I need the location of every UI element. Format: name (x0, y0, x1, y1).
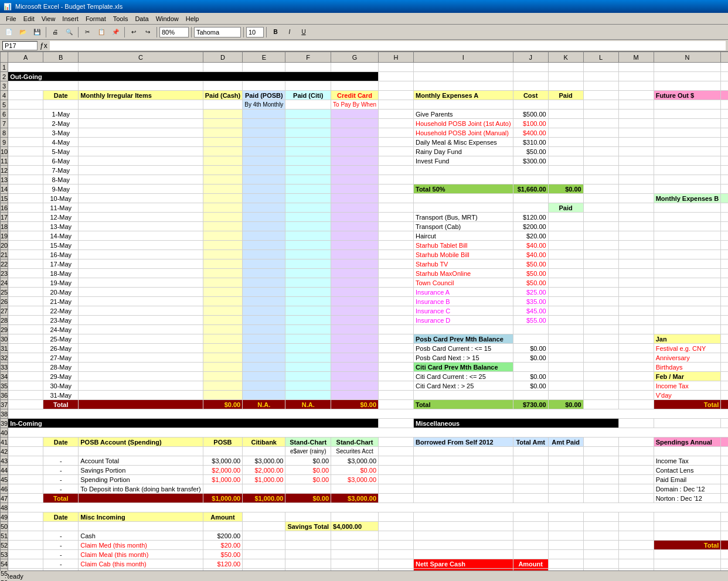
col-header-n[interactable]: N (654, 52, 721, 63)
save-button[interactable]: 💾 (30, 26, 43, 39)
paste-button[interactable]: 📌 (109, 26, 122, 39)
row-header-43[interactable]: 43 (1, 456, 8, 466)
row-header-41[interactable]: 41 (1, 438, 8, 447)
formula-input[interactable] (50, 41, 726, 50)
print-button[interactable]: 🖨 (49, 26, 62, 39)
row-header-32[interactable]: 32 (1, 353, 8, 363)
fontsize-input[interactable] (246, 27, 264, 37)
row-header-26[interactable]: 26 (1, 297, 8, 306)
row-header-45[interactable]: 45 (1, 475, 8, 484)
row-header-8[interactable]: 8 (1, 128, 8, 138)
row-header-29[interactable]: 29 (1, 325, 8, 334)
row-header-50[interactable]: 50 (1, 522, 8, 531)
cut-button[interactable]: ✂ (81, 26, 94, 39)
font-input[interactable] (194, 27, 241, 37)
preview-button[interactable]: 🔍 (63, 26, 76, 39)
row-header-44[interactable]: 44 (1, 466, 8, 475)
copy-button[interactable]: 📋 (95, 26, 108, 39)
bold-button[interactable]: B (269, 26, 282, 39)
row-header-11[interactable]: 11 (1, 156, 8, 166)
row-header-14[interactable]: 14 (1, 184, 8, 194)
col-header-b[interactable]: B (43, 52, 79, 63)
row-header-6[interactable]: 6 (1, 110, 8, 119)
row-header-7[interactable]: 7 (1, 119, 8, 128)
row-header-55[interactable]: 55 (1, 569, 8, 578)
row-header-16[interactable]: 16 (1, 203, 8, 213)
col-header-a[interactable]: A (8, 52, 43, 63)
col-header-j[interactable]: J (513, 52, 548, 63)
col-header-l[interactable]: L (583, 52, 618, 63)
row-header-3[interactable]: 3 (1, 81, 8, 91)
menu-window[interactable]: Window (152, 14, 182, 23)
row-header-27[interactable]: 27 (1, 306, 8, 316)
spreadsheet-container[interactable]: A B C D E F G H I J K L M N O 1 (0, 52, 728, 581)
row-header-35[interactable]: 35 (1, 381, 8, 391)
new-button[interactable]: 📄 (2, 26, 15, 39)
row-header-34[interactable]: 34 (1, 372, 8, 381)
redo-button[interactable]: ↪ (141, 26, 154, 39)
row-header-54[interactable]: 54 (1, 559, 8, 569)
row-header-42[interactable]: 42 (1, 447, 8, 456)
row-header-21[interactable]: 21 (1, 250, 8, 259)
row-header-17[interactable]: 17 (1, 213, 8, 222)
col-header-m[interactable]: M (618, 52, 654, 63)
row-header-53[interactable]: 53 (1, 550, 8, 559)
col-header-c[interactable]: C (79, 52, 203, 63)
row-header-37[interactable]: 37 (1, 400, 8, 409)
menu-tools[interactable]: Tools (110, 14, 132, 23)
menu-help[interactable]: Help (182, 14, 203, 23)
row-header-28[interactable]: 28 (1, 316, 8, 325)
row-header-1[interactable]: 1 (1, 63, 8, 72)
menu-view[interactable]: View (38, 14, 59, 23)
row-header-30[interactable]: 30 (1, 334, 8, 344)
row-header-15[interactable]: 15 (1, 194, 8, 203)
menu-file[interactable]: File (2, 14, 20, 23)
row-header-4[interactable]: 4 (1, 91, 8, 100)
col-header-k[interactable]: K (548, 52, 583, 63)
row-header-46[interactable]: 46 (1, 484, 8, 494)
row-header-38[interactable]: 38 (1, 409, 8, 419)
col-header-g[interactable]: G (331, 52, 379, 63)
row-header-13[interactable]: 13 (1, 175, 8, 184)
row-header-48[interactable]: 48 (1, 503, 8, 512)
row-header-52[interactable]: 52 (1, 541, 8, 550)
row-header-22[interactable]: 22 (1, 259, 8, 269)
row-header-20[interactable]: 20 (1, 241, 8, 250)
col-header-h[interactable]: H (379, 52, 414, 63)
zoom-input[interactable] (159, 27, 189, 37)
col-header-f[interactable]: F (285, 52, 331, 63)
row-header-9[interactable]: 9 (1, 138, 8, 147)
row-header-31[interactable]: 31 (1, 344, 8, 353)
undo-button[interactable]: ↩ (127, 26, 140, 39)
col-header-e[interactable]: E (243, 52, 285, 63)
row-header-36[interactable]: 36 (1, 391, 8, 400)
row-header-10[interactable]: 10 (1, 147, 8, 156)
row-header-23[interactable]: 23 (1, 269, 8, 278)
col-header-d[interactable]: D (203, 52, 243, 63)
menu-format[interactable]: Format (82, 14, 110, 23)
menu-data[interactable]: Data (131, 14, 152, 23)
row-header-24[interactable]: 24 (1, 278, 8, 288)
row-header-2[interactable]: 2 (1, 72, 8, 81)
row-header-33[interactable]: 33 (1, 363, 8, 372)
row-header-47[interactable]: 47 (1, 494, 8, 503)
jan-header: Jan (654, 334, 721, 344)
row-header-19[interactable]: 19 (1, 231, 8, 241)
cell-ref-input[interactable] (2, 41, 38, 50)
col-header-i[interactable]: I (414, 52, 513, 63)
underline-button[interactable]: U (297, 26, 310, 39)
row-header-40[interactable]: 40 (1, 428, 8, 438)
menu-edit[interactable]: Edit (20, 14, 38, 23)
italic-button[interactable]: I (283, 26, 296, 39)
row-header-12[interactable]: 12 (1, 166, 8, 175)
row-header-56[interactable]: 56 (1, 578, 8, 582)
row-header-25[interactable]: 25 (1, 288, 8, 297)
menu-insert[interactable]: Insert (59, 14, 82, 23)
row-header-18[interactable]: 18 (1, 222, 8, 231)
row-header-49[interactable]: 49 (1, 512, 8, 522)
open-button[interactable]: 📂 (16, 26, 29, 39)
col-header-o[interactable]: O (721, 52, 728, 63)
row-header-51[interactable]: 51 (1, 531, 8, 541)
row-header-5[interactable]: 5 (1, 100, 8, 110)
row-header-39[interactable]: 39 (1, 419, 8, 428)
